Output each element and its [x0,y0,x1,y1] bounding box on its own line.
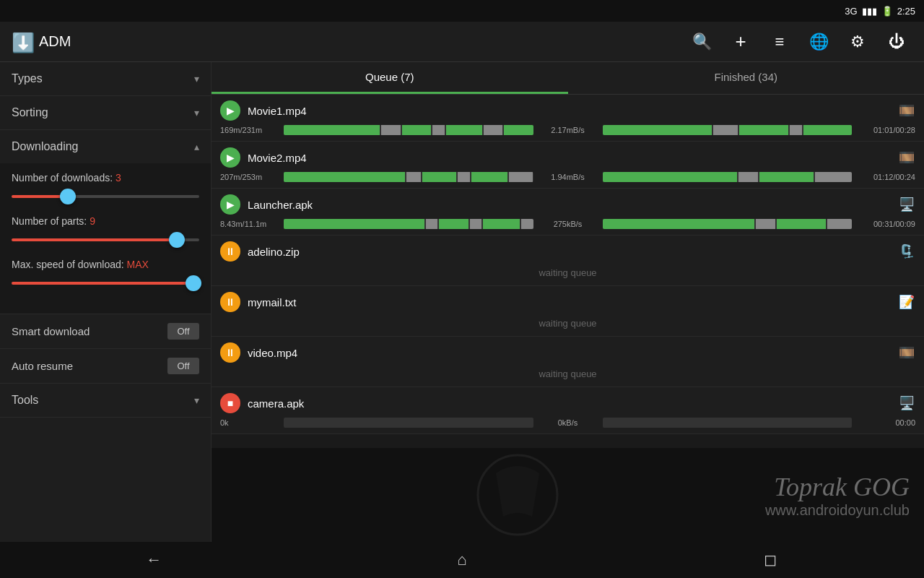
battery-icon: 🔋 [881,6,893,17]
sorting-chevron: ▾ [194,107,199,118]
tools-label: Tools [12,394,38,407]
download-item-mymail[interactable]: ⏸ mymail.txt 📝 waiting queue [212,286,924,337]
types-chevron: ▾ [194,73,199,85]
globe-button[interactable]: 🌐 [803,26,834,58]
sidebar-section-types: Types ▾ [0,62,211,96]
max-speed-slider[interactable] [12,276,199,290]
progress-bar-camera [284,418,533,428]
sidebar: Types ▾ Sorting ▾ Downloading ▴ Number o… [0,62,212,542]
watermark-area: Toprak GOG www.androidoyun.club [212,448,924,542]
play-button-movie2[interactable]: ▶ [220,147,240,168]
download-name-video: video.mp4 [248,347,891,359]
type-icon-movie1: 🎞️ [898,102,915,119]
downloading-label: Downloading [12,140,79,153]
status-bar: 3G ▮▮▮ 🔋 2:25 [0,0,924,22]
progress-bar2-movie1 [603,125,853,135]
main-layout: Types ▾ Sorting ▾ Downloading ▴ Number o… [0,62,924,542]
size-movie1: 169m/231m [220,126,278,134]
play-button-launcher[interactable]: ▶ [220,194,240,215]
download-name-adelino: adelino.zip [248,246,891,258]
type-icon-movie2: 🎞️ [898,149,915,166]
auto-resume-toggle[interactable]: Off [167,358,199,374]
download-item-adelino[interactable]: ⏸ adelino.zip 🗜️ waiting queue [212,236,924,286]
download-name-launcher: Launcher.apk [248,199,891,211]
download-name-mymail: mymail.txt [248,296,891,309]
download-header: ⏸ video.mp4 🎞️ [220,342,915,363]
progress-bar-movie1 [284,125,533,135]
sidebar-section-downloading: Downloading ▴ Number of downloads: 3 [0,130,211,314]
num-downloads-value: 3 [116,172,121,184]
download-list: ▶ Movie1.mp4 🎞️ 169m/231m [212,95,924,448]
tab-finished[interactable]: Finished (34) [568,62,925,94]
download-header: ■ camera.apk 🖥️ [220,393,915,413]
status-icons: 3G ▮▮▮ 🔋 2:25 [845,6,915,17]
time-camera: 00:00 [858,418,915,427]
sidebar-section-sorting: Sorting ▾ [0,96,211,130]
tab-bar: Queue (7) Finished (34) [212,62,924,95]
watermark-text-block: Toprak GOG www.androidoyun.club [765,472,910,519]
max-speed-row: Max. speed of download: MAX [12,259,199,290]
content-area: Queue (7) Finished (34) ▶ Movie1.mp4 🎞️ … [212,62,924,542]
pause-button-video[interactable]: ⏸ [220,342,240,363]
pause-button-mymail[interactable]: ⏸ [220,292,240,312]
speed-launcher: 275kB/s [539,220,597,228]
menu-button[interactable]: ≡ [764,26,796,58]
download-name-movie2: Movie2.mp4 [248,152,891,164]
type-icon-video: 🎞️ [898,344,915,361]
progress-bar2-camera [603,418,853,428]
download-item-camera[interactable]: ■ camera.apk 🖥️ 0k 0kB/s 00:00 [212,387,924,434]
download-header: ▶ Movie1.mp4 🎞️ [220,100,915,121]
speed-camera: 0kB/s [539,418,597,427]
download-name-camera: camera.apk [248,397,891,410]
time-launcher: 00:31/00:09 [858,220,915,228]
signal-icon: ▮▮▮ [862,6,877,17]
max-speed-value: MAX [127,259,149,270]
app-title: ADM [39,33,71,50]
download-item-movie2[interactable]: ▶ Movie2.mp4 🎞️ 207m/253m [212,142,924,189]
download-header: ⏸ adelino.zip 🗜️ [220,241,915,262]
toolbar: ⬇️ ADM 🔍 + ≡ 🌐 ⚙ ⏻ [0,22,924,62]
tools-chevron: ▾ [194,394,199,406]
watermark-url: www.androidoyun.club [765,502,910,519]
download-name-movie1: Movie1.mp4 [248,105,891,117]
add-button[interactable]: + [725,26,757,58]
power-button[interactable]: ⏻ [881,26,912,58]
tools-header[interactable]: Tools ▾ [0,384,211,417]
download-item-launcher[interactable]: ▶ Launcher.apk 🖥️ 8.43m/11.1m [212,189,924,236]
download-item-video[interactable]: ⏸ video.mp4 🎞️ waiting queue [212,337,924,387]
num-downloads-label: Number of downloads: 3 [12,172,199,184]
waiting-mymail: waiting queue [220,316,915,330]
max-speed-label: Max. speed of download: MAX [12,259,199,270]
recents-button[interactable]: ◻ [749,545,792,574]
pause-button-adelino[interactable]: ⏸ [220,241,240,262]
back-button[interactable]: ← [132,545,175,574]
sorting-header[interactable]: Sorting ▾ [0,96,211,129]
num-downloads-slider[interactable] [12,189,199,204]
size-launcher: 8.43m/11.1m [220,220,278,228]
watermark-signature: Toprak GOG [774,472,910,502]
waiting-video: waiting queue [220,367,915,381]
types-header[interactable]: Types ▾ [0,62,211,95]
auto-resume-label: Auto resume [12,360,73,372]
search-button[interactable]: 🔍 [686,26,718,58]
sidebar-section-tools: Tools ▾ [0,384,211,418]
equalizer-button[interactable]: ⚙ [842,26,873,58]
auto-resume-row: Auto resume Off [0,349,211,384]
speed-movie2: 1.94mB/s [539,173,597,181]
stop-button-camera[interactable]: ■ [220,393,240,413]
type-icon-mymail: 📝 [898,293,915,311]
home-button[interactable]: ⌂ [440,545,484,574]
downloading-header[interactable]: Downloading ▴ [0,130,211,163]
download-header: ⏸ mymail.txt 📝 [220,292,915,312]
num-parts-label: Number of parts: 9 [12,215,199,227]
app-icon: ⬇️ [12,32,32,52]
download-item-movie1[interactable]: ▶ Movie1.mp4 🎞️ 169m/231m [212,95,924,142]
play-button-movie1[interactable]: ▶ [220,100,240,121]
smart-download-toggle[interactable]: Off [167,323,199,340]
tab-queue[interactable]: Queue (7) [212,62,568,94]
num-parts-slider[interactable] [12,233,199,247]
types-label: Types [12,72,43,85]
num-parts-row: Number of parts: 9 [12,215,199,247]
downloading-chevron: ▴ [194,141,199,152]
progress-row-movie1: 169m/231m 2.17mB/s [220,125,915,135]
